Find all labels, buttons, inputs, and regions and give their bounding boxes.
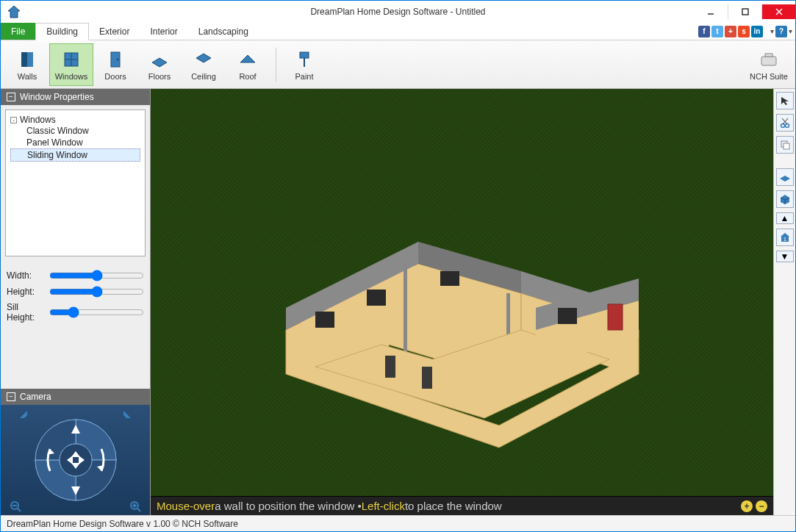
menubar: File Building Exterior Interior Landscap… (1, 23, 795, 40)
door-icon (104, 48, 126, 71)
slider-label: Height: (7, 287, 45, 297)
tool-doors[interactable]: Doors (93, 43, 137, 86)
floor-up-button[interactable]: ▲ (776, 212, 794, 224)
svg-rect-53 (422, 367, 432, 389)
svg-rect-15 (300, 52, 309, 58)
help-dropdown-icon[interactable]: ▾ (789, 27, 792, 35)
floor-indicator[interactable]: 1 (776, 229, 794, 246)
tree-root[interactable]: - Windows (10, 115, 140, 125)
svg-line-35 (137, 508, 140, 511)
camera-arrow-tl[interactable] (18, 409, 29, 420)
view-3d-tool[interactable] (776, 190, 794, 208)
camera-arrow-tr[interactable] (122, 409, 132, 420)
svg-point-20 (60, 444, 92, 476)
tool-label: NCH Suite (750, 72, 788, 81)
tab-landscaping[interactable]: Landscaping (188, 23, 259, 40)
height-slider[interactable] (49, 286, 144, 298)
tool-label: Walls (18, 72, 37, 81)
zoom-in-icon[interactable] (129, 500, 141, 512)
svg-marker-65 (780, 176, 790, 181)
close-button[interactable] (761, 4, 795, 19)
statusbar: DreamPlan Home Design Software v 1.00 © … (1, 515, 795, 531)
svg-rect-51 (608, 304, 623, 330)
tab-building[interactable]: Building (35, 23, 89, 40)
floor-icon (148, 48, 171, 71)
tool-label: Windows (55, 72, 88, 81)
floor-down-button[interactable]: ▼ (776, 251, 794, 262)
linkedin-icon[interactable]: in (751, 26, 763, 37)
svg-rect-55 (367, 290, 386, 306)
width-slider[interactable] (49, 270, 144, 281)
help-icon[interactable]: ? (775, 26, 787, 37)
svg-rect-2 (742, 9, 748, 15)
svg-point-60 (785, 124, 789, 128)
toolbar: Walls Windows Doors Floors Ceiling Roof … (1, 40, 795, 89)
slider-height: Height: (7, 286, 144, 298)
window-icon (60, 48, 82, 71)
tool-ceiling[interactable]: Ceiling (182, 43, 226, 86)
tool-walls[interactable]: Walls (5, 43, 49, 86)
slider-sill-height: Sill Height: (7, 302, 144, 323)
googleplus-icon[interactable]: + (725, 26, 736, 37)
copy-tool[interactable] (776, 136, 794, 154)
svg-rect-6 (27, 52, 33, 67)
expand-icon[interactable]: - (10, 117, 17, 123)
slider-label: Sill Height: (7, 302, 45, 323)
tool-paint[interactable]: Paint (282, 43, 326, 86)
hint-bar: Mouse-over a wall to position the window… (151, 496, 773, 515)
app-icon (4, 1, 24, 22)
tool-windows[interactable]: Windows (49, 43, 93, 86)
collapse-icon[interactable]: − (7, 93, 15, 101)
svg-rect-54 (315, 312, 334, 328)
camera-controls (1, 405, 150, 515)
wall-icon (16, 48, 38, 71)
svg-rect-52 (385, 356, 395, 378)
paint-icon (293, 48, 315, 71)
zoom-plus-icon[interactable]: + (741, 500, 753, 512)
cut-tool[interactable] (776, 114, 794, 132)
status-text: DreamPlan Home Design Software v 1.00 © … (7, 519, 238, 529)
menu-file[interactable]: File (1, 23, 35, 40)
hint-highlight-2: Left-click (362, 500, 405, 512)
tree-item-classic[interactable]: Classic Window (10, 125, 140, 137)
tree-item-sliding[interactable]: Sliding Window (10, 148, 140, 162)
svg-point-11 (117, 58, 119, 60)
minimize-button[interactable] (694, 4, 728, 19)
hint-text-1: a wall to position the window • (215, 500, 362, 512)
view-2d-tool[interactable] (776, 168, 794, 186)
maximize-button[interactable] (728, 4, 761, 19)
stumbleupon-icon[interactable]: s (738, 26, 750, 37)
tree-item-panel[interactable]: Panel Window (10, 137, 140, 148)
zoom-minus-icon[interactable]: − (756, 500, 767, 512)
window-title: DreamPlan Home Design Software - Untitle… (310, 7, 485, 17)
tool-floors[interactable]: Floors (137, 43, 182, 86)
menubar-social: f t + s in ▾ ? ▾ (698, 23, 792, 40)
svg-rect-18 (765, 54, 772, 57)
hint-highlight-1: Mouse-over (157, 500, 215, 512)
window-tree[interactable]: - Windows Classic Window Panel Window Sl… (5, 109, 146, 256)
tab-interior[interactable]: Interior (140, 23, 187, 40)
floor-plan-3d (242, 146, 683, 455)
tool-nch-suite[interactable]: NCH Suite (747, 43, 791, 86)
collapse-icon[interactable]: − (7, 392, 15, 401)
svg-point-59 (781, 124, 784, 128)
select-tool[interactable] (776, 92, 794, 109)
properties-title: Window Properties (20, 92, 94, 102)
camera-wheel[interactable] (32, 416, 120, 504)
sill-height-slider[interactable] (49, 306, 144, 318)
slider-label: Width: (7, 270, 45, 281)
tool-label: Floors (148, 72, 171, 81)
suite-icon (758, 48, 780, 71)
svg-rect-57 (558, 308, 577, 324)
tab-exterior[interactable]: Exterior (89, 23, 140, 40)
tool-label: Roof (239, 72, 256, 81)
zoom-out-icon[interactable] (10, 500, 21, 512)
menu-dropdown-icon[interactable]: ▾ (770, 27, 774, 35)
twitter-icon[interactable]: t (711, 26, 723, 37)
view-3d[interactable] (151, 89, 773, 496)
svg-marker-0 (8, 6, 20, 18)
tool-roof[interactable]: Roof (226, 43, 270, 86)
camera-panel: − Camera (1, 389, 150, 515)
facebook-icon[interactable]: f (698, 26, 710, 37)
svg-marker-14 (240, 55, 255, 62)
